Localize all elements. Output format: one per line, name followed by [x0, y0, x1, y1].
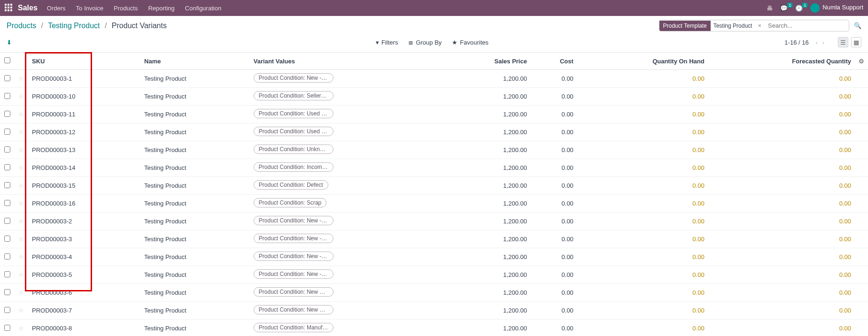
- row-star-icon[interactable]: ☆: [14, 123, 28, 141]
- row-star-icon[interactable]: ☆: [14, 266, 28, 284]
- messages-icon[interactable]: 💬1: [780, 5, 788, 12]
- variants-table: SKU Name Variant Values Sales Price Cost…: [0, 52, 868, 336]
- menu-reporting[interactable]: Reporting: [148, 5, 174, 12]
- search-box[interactable]: Product Template Testing Product ×: [659, 20, 849, 31]
- row-star-icon[interactable]: ☆: [14, 195, 28, 213]
- cell-variant: Product Condition: Used Poor: [250, 106, 442, 123]
- row-checkbox[interactable]: [4, 325, 10, 331]
- row-star-icon[interactable]: ☆: [14, 320, 28, 336]
- table-row[interactable]: ☆PROD00003-10Testing ProductProduct Cond…: [0, 88, 868, 106]
- col-name[interactable]: Name: [140, 53, 250, 70]
- variant-tag: Product Condition: Scrap: [254, 198, 326, 207]
- user-menu[interactable]: Numla Support: [810, 3, 863, 13]
- row-star-icon[interactable]: ☆: [14, 159, 28, 177]
- row-star-icon[interactable]: ☆: [14, 230, 28, 248]
- row-checkbox[interactable]: [4, 200, 10, 206]
- apps-icon[interactable]: [5, 4, 13, 12]
- row-checkbox[interactable]: [4, 75, 10, 81]
- row-checkbox[interactable]: [4, 289, 10, 295]
- row-checkbox[interactable]: [4, 218, 10, 224]
- table-row[interactable]: ☆PROD00003-5Testing ProductProduct Condi…: [0, 266, 868, 284]
- row-checkbox[interactable]: [4, 307, 10, 313]
- row-checkbox[interactable]: [4, 253, 10, 260]
- table-row[interactable]: ☆PROD00003-16Testing ProductProduct Cond…: [0, 195, 868, 213]
- app-brand[interactable]: Sales: [18, 4, 38, 12]
- row-checkbox[interactable]: [4, 111, 10, 117]
- cell-cost: 0.00: [531, 320, 577, 336]
- pager-next-icon[interactable]: ›: [822, 39, 824, 46]
- table-row[interactable]: ☆PROD00003-8Testing ProductProduct Condi…: [0, 320, 868, 336]
- cell-forecast: 0.00: [708, 159, 855, 177]
- pager-text[interactable]: 1-16 / 16: [784, 39, 808, 46]
- select-all-checkbox[interactable]: [4, 57, 10, 63]
- row-checkbox[interactable]: [4, 146, 10, 153]
- row-star-icon[interactable]: ☆: [14, 213, 28, 230]
- col-variant[interactable]: Variant Values: [250, 53, 442, 70]
- menu-to-invoice[interactable]: To Invoice: [76, 5, 104, 12]
- view-kanban-icon[interactable]: ▦: [851, 37, 861, 47]
- row-star-icon[interactable]: ☆: [14, 248, 28, 266]
- row-checkbox[interactable]: [4, 271, 10, 277]
- col-price[interactable]: Sales Price: [442, 53, 531, 70]
- row-checkbox[interactable]: [4, 93, 10, 99]
- table-row[interactable]: ☆PROD00003-7Testing ProductProduct Condi…: [0, 302, 868, 320]
- cell-sku: PROD00003-6: [28, 284, 140, 302]
- table-row[interactable]: ☆PROD00003-4Testing ProductProduct Condi…: [0, 248, 868, 266]
- cell-forecast: 0.00: [708, 213, 855, 230]
- filters-button[interactable]: ▾Filters: [376, 39, 398, 46]
- cell-price: 1,200.00: [442, 70, 531, 88]
- print-icon[interactable]: 🖶: [767, 5, 773, 12]
- row-star-icon[interactable]: ☆: [14, 70, 28, 88]
- table-row[interactable]: ☆PROD00003-15Testing ProductProduct Cond…: [0, 177, 868, 195]
- activities-icon[interactable]: 🕘1: [795, 5, 803, 12]
- row-checkbox[interactable]: [4, 129, 10, 135]
- col-forecast[interactable]: Forecasted Quantity: [708, 53, 855, 70]
- cell-forecast: 0.00: [708, 177, 855, 195]
- favourites-button[interactable]: ★Favourites: [452, 39, 488, 46]
- table-row[interactable]: ☆PROD00003-14Testing ProductProduct Cond…: [0, 159, 868, 177]
- table-row[interactable]: ☆PROD00003-2Testing ProductProduct Condi…: [0, 213, 868, 230]
- table-row[interactable]: ☆PROD00003-6Testing ProductProduct Condi…: [0, 284, 868, 302]
- breadcrumb-testing-product[interactable]: Testing Product: [48, 22, 100, 30]
- col-qty[interactable]: Quantity On Hand: [577, 53, 708, 70]
- search-input[interactable]: [764, 20, 849, 31]
- cell-variant: Product Condition: Manufacturer ...: [250, 320, 442, 336]
- cell-forecast: 0.00: [708, 302, 855, 320]
- cell-forecast: 0.00: [708, 266, 855, 284]
- row-star-icon[interactable]: ☆: [14, 106, 28, 123]
- row-checkbox[interactable]: [4, 236, 10, 242]
- menu-configuration[interactable]: Configuration: [185, 5, 221, 12]
- search-icon[interactable]: 🔍: [854, 22, 861, 29]
- table-row[interactable]: ☆PROD00003-3Testing ProductProduct Condi…: [0, 230, 868, 248]
- search-facet-close-icon[interactable]: ×: [755, 22, 764, 29]
- view-list-icon[interactable]: ☰: [838, 37, 848, 47]
- row-star-icon[interactable]: ☆: [14, 88, 28, 106]
- row-checkbox[interactable]: [4, 182, 10, 188]
- cell-sku: PROD00003-2: [28, 213, 140, 230]
- menu-orders[interactable]: Orders: [47, 5, 66, 12]
- cell-variant: Product Condition: New - Original...: [250, 70, 442, 88]
- row-checkbox[interactable]: [4, 164, 10, 170]
- variant-tag: Product Condition: New - Original...: [254, 216, 333, 225]
- cell-forecast: 0.00: [708, 248, 855, 266]
- table-row[interactable]: ☆PROD00003-1Testing ProductProduct Condi…: [0, 70, 868, 88]
- row-star-icon[interactable]: ☆: [14, 302, 28, 320]
- cell-name: Testing Product: [140, 230, 250, 248]
- pager-prev-icon[interactable]: ‹: [816, 39, 818, 46]
- col-cost[interactable]: Cost: [531, 53, 577, 70]
- table-row[interactable]: ☆PROD00003-13Testing ProductProduct Cond…: [0, 141, 868, 159]
- row-star-icon[interactable]: ☆: [14, 141, 28, 159]
- col-sku[interactable]: SKU: [28, 53, 140, 70]
- cell-price: 1,200.00: [442, 123, 531, 141]
- variant-tag: Product Condition: New - Original...: [254, 73, 333, 83]
- row-star-icon[interactable]: ☆: [14, 284, 28, 302]
- table-row[interactable]: ☆PROD00003-11Testing ProductProduct Cond…: [0, 106, 868, 123]
- column-settings-icon[interactable]: ⚙: [859, 58, 864, 65]
- export-icon[interactable]: ⬇: [7, 39, 12, 46]
- breadcrumb-current: Product Variants: [112, 22, 167, 30]
- table-row[interactable]: ☆PROD00003-12Testing ProductProduct Cond…: [0, 123, 868, 141]
- breadcrumb-products[interactable]: Products: [7, 22, 36, 30]
- menu-products[interactable]: Products: [114, 5, 138, 12]
- row-star-icon[interactable]: ☆: [14, 177, 28, 195]
- groupby-button[interactable]: ≣Group By: [408, 39, 442, 46]
